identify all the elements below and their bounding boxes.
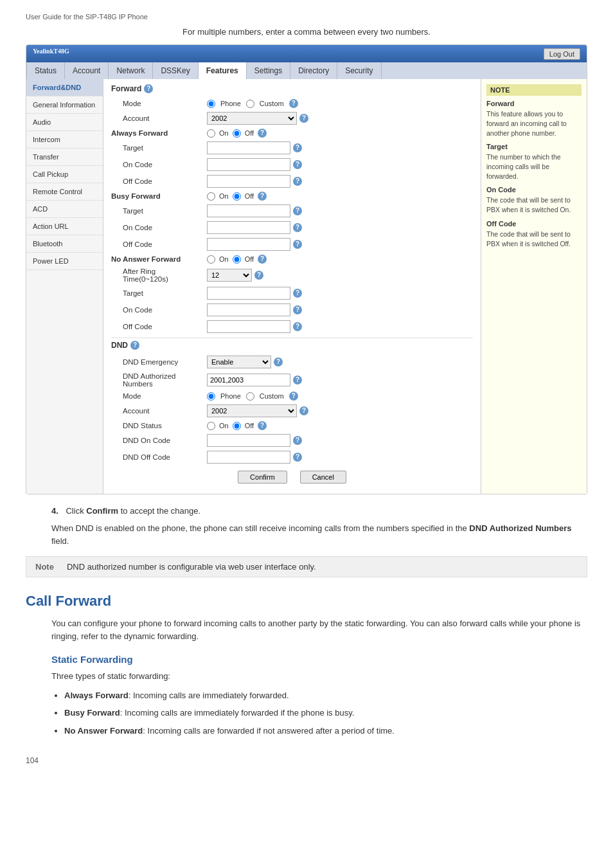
mode-custom-radio[interactable]	[246, 100, 254, 108]
busy-offcode-input[interactable]	[207, 238, 290, 251]
dnd-mode-help-icon[interactable]: ?	[289, 392, 298, 401]
always-target-input[interactable]	[207, 141, 290, 154]
page-number: 104	[26, 756, 587, 765]
always-off-radio[interactable]	[233, 129, 241, 138]
note-header: NOTE	[486, 84, 582, 96]
sidebar-item-action-url[interactable]: Action URL	[26, 218, 103, 235]
list-item-noanswer: No Answer Forward: Incoming calls are fo…	[64, 725, 587, 737]
note-box-text: DND authorized number is configurable vi…	[67, 562, 316, 572]
dnd-auth-help-icon[interactable]: ?	[293, 375, 302, 384]
busy-off-label: Off	[245, 192, 254, 200]
sidebar-item-forward-dnd[interactable]: Forward&DND	[26, 79, 103, 96]
busy-target-help-icon[interactable]: ?	[293, 206, 302, 215]
na-offcode-input[interactable]	[207, 320, 290, 333]
account-select[interactable]: 2002	[207, 112, 297, 125]
dnd-offcode-help-icon[interactable]: ?	[293, 453, 302, 462]
busy-help-icon[interactable]: ?	[258, 192, 267, 201]
static-forwarding-intro: Three types of static forwarding:	[51, 670, 587, 683]
dnd-mode-custom-radio[interactable]	[246, 392, 254, 401]
after-ring-select[interactable]: 12	[207, 269, 252, 282]
web-ui-logo: YealinkT48G	[33, 48, 69, 60]
na-oncode-help-icon[interactable]: ?	[293, 305, 302, 314]
nav-bar: Status Account Network DSSKey Features S…	[26, 62, 587, 79]
dnd-emergency-select[interactable]: Enable	[207, 356, 271, 368]
dnd-account-select[interactable]: 2002	[207, 404, 297, 417]
sidebar-item-acd[interactable]: ACD	[26, 201, 103, 218]
mode-phone-radio[interactable]	[207, 100, 215, 108]
nav-network[interactable]: Network	[109, 62, 153, 79]
dnd-offcode-input[interactable]	[207, 451, 290, 464]
always-target-help-icon[interactable]: ?	[293, 143, 302, 152]
always-help-icon[interactable]: ?	[258, 129, 267, 138]
dnd-offcode-label: DND Off Code	[111, 449, 204, 466]
dnd-on-radio[interactable]	[207, 422, 215, 430]
dnd-off-label: Off	[245, 422, 254, 429]
list-item-busy: Busy Forward: Incoming calls are immedia…	[64, 707, 587, 719]
nav-status[interactable]: Status	[26, 62, 65, 79]
form-content-area: Forward ? Mode Phone Custom ?	[103, 79, 481, 494]
dnd-status-help-icon[interactable]: ?	[258, 421, 267, 430]
intro-text: For multiple numbers, enter a comma betw…	[26, 27, 587, 37]
dnd-help-icon[interactable]: ?	[130, 341, 139, 350]
na-target-help-icon[interactable]: ?	[293, 289, 302, 298]
sidebar-item-audio[interactable]: Audio	[26, 114, 103, 131]
nav-account[interactable]: Account	[65, 62, 109, 79]
always-on-radio[interactable]	[207, 129, 215, 138]
after-ring-label: After Ring Time(0~120s)	[111, 266, 204, 285]
busy-offcode-help-icon[interactable]: ?	[293, 240, 302, 249]
sidebar-item-call-pickup[interactable]: Call Pickup	[26, 166, 103, 183]
account-help-icon[interactable]: ?	[299, 114, 308, 123]
dnd-off-radio[interactable]	[233, 422, 241, 430]
busy-on-radio[interactable]	[207, 192, 215, 201]
after-ring-help-icon[interactable]: ?	[254, 271, 263, 280]
sidebar-item-intercom[interactable]: Intercom	[26, 131, 103, 149]
dnd-auth-numbers-input[interactable]	[207, 374, 290, 386]
note-oncode-text: The code that will be sent to PBX when i…	[486, 195, 582, 214]
dnd-account-help-icon[interactable]: ?	[299, 406, 308, 415]
busy-oncode-help-icon[interactable]: ?	[293, 223, 302, 232]
forward-label: Forward	[111, 84, 141, 93]
busy-target-input[interactable]	[207, 204, 290, 217]
note-area: NOTE Forward This feature allows you to …	[481, 79, 587, 494]
cancel-button[interactable]: Cancel	[300, 471, 346, 484]
always-oncode-input[interactable]	[207, 158, 290, 171]
always-offcode-input[interactable]	[207, 175, 290, 188]
busy-oncode-input[interactable]	[207, 221, 290, 234]
sidebar-item-remote-control[interactable]: Remote Control	[26, 183, 103, 201]
na-offcode-help-icon[interactable]: ?	[293, 322, 302, 331]
step4-post: to accept the change.	[118, 506, 200, 516]
always-offcode-help-icon[interactable]: ?	[293, 177, 302, 186]
confirm-button[interactable]: Confirm	[238, 471, 287, 484]
nav-directory[interactable]: Directory	[290, 62, 337, 79]
dnd-oncode-help-icon[interactable]: ?	[293, 436, 302, 445]
na-on-radio[interactable]	[207, 255, 215, 264]
na-off-radio[interactable]	[233, 255, 241, 264]
forward-help-icon[interactable]: ?	[144, 84, 153, 93]
nav-dsskey[interactable]: DSSKey	[153, 62, 198, 79]
sidebar-item-power-led[interactable]: Power LED	[26, 253, 103, 270]
note-offcode-text: The code that will be sent to PBX when i…	[486, 230, 582, 248]
na-oncode-input[interactable]	[207, 303, 290, 316]
busy-off-radio[interactable]	[233, 192, 241, 201]
mode-label: Mode	[111, 97, 204, 110]
dnd-emergency-help-icon[interactable]: ?	[274, 357, 283, 366]
dnd-mode-phone-radio[interactable]	[207, 392, 215, 401]
mode-custom-label: Custom	[260, 100, 284, 107]
account-label: Account	[111, 110, 204, 127]
busy-oncode-label: On Code	[111, 219, 204, 236]
sidebar-item-transfer[interactable]: Transfer	[26, 149, 103, 166]
nav-features[interactable]: Features	[199, 62, 247, 79]
call-forward-intro: You can configure your phone to forward …	[51, 617, 587, 642]
nav-settings[interactable]: Settings	[247, 62, 290, 79]
na-target-input[interactable]	[207, 287, 290, 300]
logout-button[interactable]: Log Out	[544, 48, 580, 60]
dnd-oncode-input[interactable]	[207, 434, 290, 447]
sidebar-item-general[interactable]: General Information	[26, 96, 103, 114]
mode-help-icon[interactable]: ?	[289, 99, 298, 108]
na-help-icon[interactable]: ?	[258, 255, 267, 264]
noanswer-forward-status: On Off ?	[207, 255, 470, 264]
sidebar-item-bluetooth[interactable]: Bluetooth	[26, 235, 103, 253]
note-oncode-title: On Code	[486, 186, 582, 194]
always-oncode-help-icon[interactable]: ?	[293, 160, 302, 169]
nav-security[interactable]: Security	[337, 62, 381, 79]
